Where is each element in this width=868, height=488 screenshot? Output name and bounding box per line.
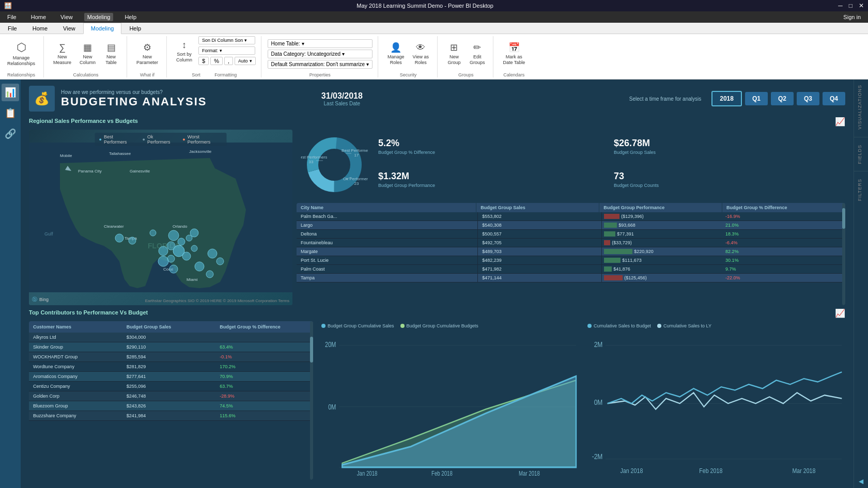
svg-text:Worst Performers: Worst Performers bbox=[301, 155, 327, 160]
time-btn-q3[interactable]: Q3 bbox=[797, 92, 819, 105]
svg-point-31 bbox=[216, 258, 224, 265]
home-table-dropdown[interactable]: Home Table: ▾ bbox=[268, 39, 373, 48]
filters-panel[interactable]: FILTERS bbox=[854, 174, 868, 206]
title-bar: 🪟 May 2018 Learning Summit Demo - Power … bbox=[0, 0, 868, 11]
svg-text:2M: 2M bbox=[594, 340, 603, 349]
sidebar-collapse-btn[interactable]: ◀ bbox=[854, 475, 868, 488]
time-btn-q2[interactable]: Q2 bbox=[771, 92, 794, 105]
map-area[interactable]: ● Best Performers ● Ok Performers ● Wors… bbox=[29, 130, 292, 305]
svg-text:Clearwater: Clearwater bbox=[104, 224, 124, 229]
svg-point-20 bbox=[182, 252, 191, 260]
new-parameter-icon: ⚙ bbox=[143, 42, 151, 53]
stats-panel: Worst Performers 33 Best Performers 17 O… bbox=[297, 130, 845, 305]
new-table-btn[interactable]: ▤ NewTable bbox=[101, 40, 121, 67]
legend-worst: ● Worst Performers bbox=[182, 134, 222, 145]
col-customer: Customer Names bbox=[31, 323, 125, 330]
nav-data-icon[interactable]: 📋 bbox=[2, 104, 19, 122]
table-row: Palm Coast $471,982 $41,876 9.7% bbox=[297, 265, 845, 274]
svg-point-29 bbox=[190, 229, 198, 237]
map-background: Gulf FLORIDA Mobile Tallahassee Jacksonv… bbox=[29, 130, 292, 305]
visualizations-panel[interactable]: VISUALIZATIONS bbox=[854, 80, 868, 135]
tab-file[interactable]: File bbox=[0, 23, 25, 34]
svg-point-28 bbox=[150, 230, 156, 236]
time-btn-2018[interactable]: 2018 bbox=[711, 91, 742, 106]
tab-view[interactable]: View bbox=[55, 23, 83, 34]
legend-sales-to-ly: Cumulative Sales to LY bbox=[657, 323, 711, 328]
table-row: Fountainebleau $492,705 ($33,729) -6.4% bbox=[297, 239, 845, 247]
kpi-budget-counts: 73 Budget Group Counts bbox=[610, 167, 841, 196]
manage-relationships-btn[interactable]: ⬡ ManageRelationships bbox=[4, 39, 38, 68]
tab-home[interactable]: Home bbox=[25, 23, 55, 34]
percent-btn[interactable]: % bbox=[210, 57, 223, 65]
new-parameter-btn[interactable]: ⚙ NewParameter bbox=[133, 40, 161, 67]
svg-rect-55 bbox=[583, 330, 845, 480]
time-btn-q4[interactable]: Q4 bbox=[823, 92, 845, 105]
kpi-budget-perf-label: Budget Group Performance bbox=[378, 183, 601, 188]
menu-help[interactable]: Help bbox=[121, 13, 140, 21]
table-row: Palm Beach Ga... $553,802 ($129,396) -16… bbox=[297, 212, 845, 221]
close-btn[interactable]: ✕ bbox=[859, 2, 864, 9]
time-filter: 2018 Q1 Q2 Q3 Q4 bbox=[711, 91, 845, 106]
format-dropdown[interactable]: Format: ▾ bbox=[198, 46, 255, 55]
svg-point-21 bbox=[191, 245, 197, 251]
view-roles-icon: 👁 bbox=[416, 42, 425, 53]
table-row: Margate $489,703 $220,920 82.2% bbox=[297, 247, 845, 256]
chevron-down-icon: ▾ bbox=[250, 58, 252, 64]
edit-groups-btn[interactable]: ✏ EditGroups bbox=[467, 40, 488, 67]
view-as-roles-btn[interactable]: 👁 View asRoles bbox=[410, 41, 432, 67]
kpi-budget-pct-value: 5.2% bbox=[378, 138, 601, 149]
chart1-area: 20M 0M Jan 2018 Feb 201 bbox=[317, 330, 579, 480]
nav-report-icon[interactable]: 📊 bbox=[2, 84, 19, 101]
menu-home[interactable]: Home bbox=[28, 13, 49, 21]
sort-by-column-btn[interactable]: ↕ Sort byColumn bbox=[173, 38, 195, 65]
donut-stats: Worst Performers 33 Best Performers 17 O… bbox=[297, 130, 845, 200]
list-item: Centizu Company $255,096 63.7% bbox=[29, 382, 313, 391]
customer-scrollbar[interactable] bbox=[310, 321, 313, 480]
svg-text:23: 23 bbox=[354, 181, 359, 186]
edit-groups-icon: ✏ bbox=[473, 42, 481, 53]
manage-relationships-icon: ⬡ bbox=[17, 41, 26, 54]
svg-text:-2M: -2M bbox=[592, 452, 603, 461]
time-frame-label: Select a time frame for analysis bbox=[629, 96, 702, 102]
list-item: WOCKHARDT Group $285,594 -0.1% bbox=[29, 352, 313, 362]
time-btn-q1[interactable]: Q1 bbox=[745, 92, 768, 105]
minimize-btn[interactable]: ─ bbox=[838, 2, 843, 9]
tab-modeling[interactable]: Modeling bbox=[83, 23, 122, 34]
manage-roles-btn[interactable]: 👤 ManageRoles bbox=[384, 40, 408, 67]
customer-scrollbar-thumb[interactable] bbox=[310, 337, 313, 363]
customer-table: Customer Names Budget Group Sales Budget… bbox=[29, 321, 313, 480]
svg-text:0M: 0M bbox=[328, 402, 336, 411]
window-controls[interactable]: ─ □ ✕ bbox=[838, 2, 864, 9]
fields-panel[interactable]: FIELDS bbox=[854, 139, 868, 169]
new-measure-btn[interactable]: ∑ NewMeasure bbox=[50, 41, 74, 67]
sort-column-dropdown[interactable]: Son Di Column Son ▾ bbox=[198, 36, 255, 44]
maximize-btn[interactable]: □ bbox=[849, 2, 853, 9]
section1-label: Regional Sales Performance vs Budgets bbox=[29, 118, 138, 124]
menu-modeling[interactable]: Modeling bbox=[84, 13, 114, 21]
comma-btn[interactable]: , bbox=[224, 57, 233, 65]
menu-file[interactable]: File bbox=[4, 13, 20, 21]
table-scrollbar-thumb[interactable] bbox=[842, 208, 845, 229]
list-item: Alkyros Ltd $304,000 bbox=[29, 333, 313, 342]
menu-view[interactable]: View bbox=[57, 13, 76, 21]
signin-btn[interactable]: Sign in bbox=[840, 13, 864, 21]
sidebar-divider bbox=[854, 171, 868, 171]
tab-help[interactable]: Help bbox=[121, 23, 149, 34]
mark-date-table-btn[interactable]: 📅 Mark asDate Table bbox=[500, 40, 528, 67]
legend-cumulative-budgets: Budget Group Cumulative Budgets bbox=[400, 323, 478, 328]
new-column-btn[interactable]: ▦ NewColumn bbox=[76, 40, 99, 67]
new-group-btn[interactable]: ⊞ NewGroup bbox=[444, 40, 464, 67]
auto-dropdown[interactable]: Auto ▾ bbox=[235, 57, 256, 65]
new-group-icon: ⊞ bbox=[450, 42, 458, 53]
menu-bar: File Home View Modeling Help Sign in bbox=[0, 11, 868, 23]
ribbon-group-sort: ↕ Sort byColumn Son Di Column Son ▾ Form… bbox=[173, 36, 261, 77]
data-category-dropdown[interactable]: Data Category: Uncategorized ▾ bbox=[268, 50, 373, 58]
section2-label: Top Contributors to Performance Vs Budge… bbox=[29, 309, 148, 316]
dollar-btn[interactable]: $ bbox=[198, 57, 209, 65]
nav-model-icon[interactable]: 🔗 bbox=[2, 125, 19, 143]
chevron-down-icon: ▾ bbox=[220, 48, 222, 53]
summarization-dropdown[interactable]: Default Summarization: Don't summarize ▾ bbox=[268, 60, 373, 69]
ribbon-group-groups: ⊞ NewGroup ✏ EditGroups Groups bbox=[444, 36, 494, 77]
table-scrollbar[interactable] bbox=[842, 203, 845, 305]
report: 💰 How are we performing versus our budge… bbox=[21, 80, 854, 488]
